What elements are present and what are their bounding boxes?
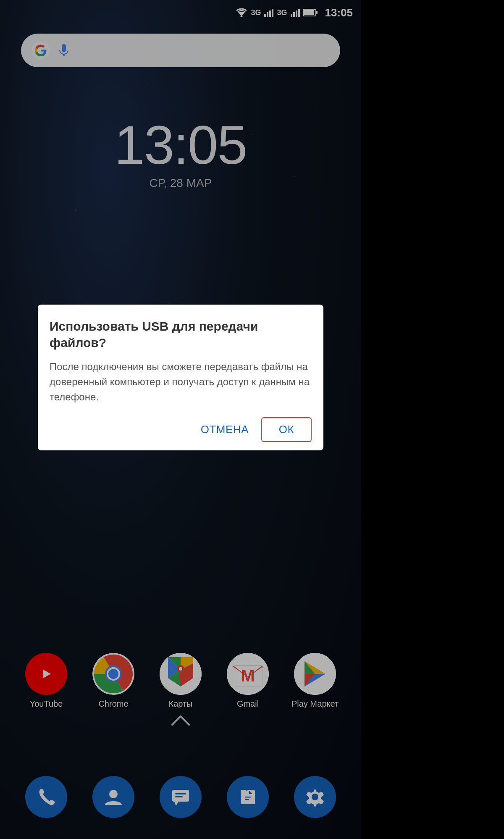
phone-frame: 3G 3G 13:05	[0, 0, 361, 839]
dialog-buttons: ОТМЕНА ОК	[50, 417, 312, 442]
usb-dialog: Использовать USB для передачи файлов? По…	[38, 305, 323, 450]
dialog-message: После подключения вы сможете передавать …	[50, 359, 312, 405]
cancel-button[interactable]: ОТМЕНА	[192, 418, 257, 441]
dialog-title: Использовать USB для передачи файлов?	[50, 318, 312, 351]
dialog-overlay: Использовать USB для передачи файлов? По…	[0, 0, 361, 839]
ok-button[interactable]: ОК	[261, 417, 312, 442]
